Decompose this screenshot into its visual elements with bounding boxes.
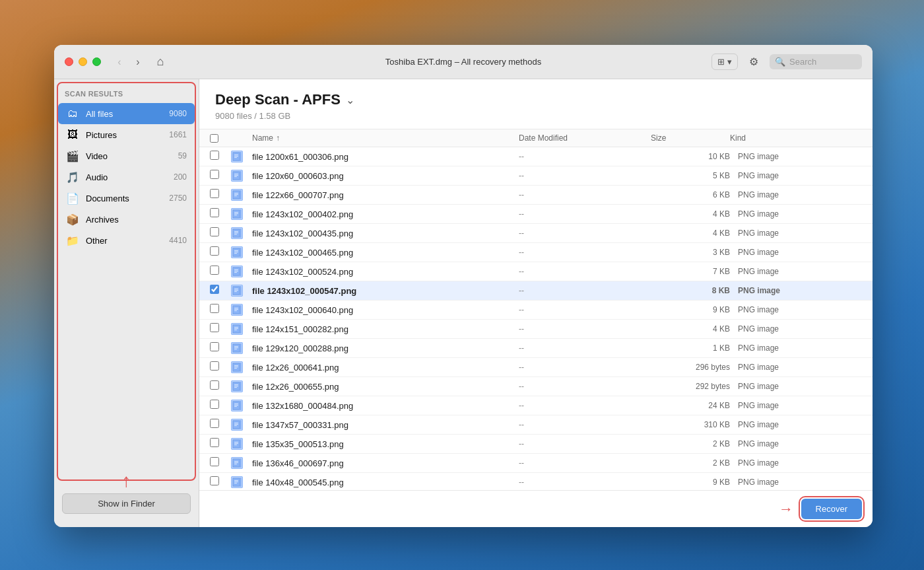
file-list-container[interactable]: Name ↑ Date Modified Size Kind bbox=[199, 129, 873, 490]
table-row[interactable]: file 129x120_000288.png -- 1 KB PNG imag… bbox=[199, 339, 873, 358]
table-row[interactable]: file 1243x102_000402.png -- 4 KB PNG ima… bbox=[199, 205, 873, 224]
sidebar-item-label-audio: Audio bbox=[86, 172, 167, 182]
svg-rect-36 bbox=[233, 325, 240, 333]
title-dropdown-button[interactable]: ⌄ bbox=[346, 94, 354, 106]
titlebar: ‹ › ⌂ Toshiba EXT.dmg – All recovery met… bbox=[54, 45, 873, 79]
svg-rect-37 bbox=[234, 327, 238, 328]
row-checkbox[interactable] bbox=[210, 227, 219, 236]
table-row[interactable]: file 1347x57_000331.png -- 310 KB PNG im… bbox=[199, 415, 873, 435]
table-row[interactable]: file 12x26_000655.png -- 292 bytes PNG i… bbox=[199, 377, 873, 396]
row-checkbox[interactable] bbox=[210, 246, 219, 256]
file-icon bbox=[231, 189, 243, 201]
file-size: 292 bytes bbox=[651, 382, 730, 391]
table-row[interactable]: file 136x46_000697.png -- 2 KB PNG image bbox=[199, 454, 873, 473]
file-date: -- bbox=[519, 324, 651, 334]
video-icon: 🎬 bbox=[66, 149, 79, 162]
table-row[interactable]: file 1243x102_000547.png -- 8 KB PNG ima… bbox=[199, 281, 873, 301]
view-toggle-button[interactable]: ⊞ ▾ bbox=[711, 53, 738, 70]
file-icon bbox=[231, 208, 243, 220]
sidebar-item-documents[interactable]: 📄 Documents 2750 bbox=[58, 188, 195, 209]
close-button[interactable] bbox=[65, 57, 73, 66]
sidebar-item-pictures[interactable]: 🖼 Pictures 1661 bbox=[58, 124, 195, 145]
row-checkbox[interactable] bbox=[210, 419, 219, 428]
app-window: ‹ › ⌂ Toshiba EXT.dmg – All recovery met… bbox=[54, 45, 873, 527]
search-input[interactable] bbox=[789, 57, 855, 67]
file-size: 8 KB bbox=[651, 286, 730, 295]
row-checkbox[interactable] bbox=[210, 361, 219, 371]
table-row[interactable]: file 122x66_000707.png -- 6 KB PNG image bbox=[199, 186, 873, 205]
svg-rect-5 bbox=[234, 174, 238, 174]
row-checkbox[interactable] bbox=[210, 304, 219, 313]
sidebar-item-label-pictures: Pictures bbox=[86, 130, 162, 140]
file-icon bbox=[231, 323, 243, 335]
table-row[interactable]: file 132x1680_000484.png -- 24 KB PNG im… bbox=[199, 396, 873, 415]
row-checkbox[interactable] bbox=[210, 208, 219, 217]
maximize-button[interactable] bbox=[92, 57, 101, 66]
row-checkbox[interactable] bbox=[210, 266, 219, 275]
row-checkbox-cell bbox=[210, 304, 231, 316]
table-row[interactable]: file 124x151_000282.png -- 4 KB PNG imag… bbox=[199, 320, 873, 339]
table-row[interactable]: file 1243x102_000640.png -- 9 KB PNG ima… bbox=[199, 301, 873, 320]
sidebar-item-count-pictures: 1661 bbox=[169, 130, 187, 139]
recover-button[interactable]: Recover bbox=[801, 499, 862, 519]
sidebar-item-label-video: Video bbox=[86, 151, 172, 161]
row-checkbox[interactable] bbox=[210, 189, 219, 198]
audio-icon: 🎵 bbox=[66, 170, 79, 184]
svg-rect-1 bbox=[234, 155, 238, 155]
row-checkbox[interactable] bbox=[210, 151, 219, 160]
svg-rect-67 bbox=[234, 464, 237, 464]
sliders-icon: ⚙ bbox=[749, 55, 758, 68]
select-all-checkbox[interactable] bbox=[210, 134, 218, 143]
svg-rect-10 bbox=[234, 194, 238, 195]
show-in-finder-button[interactable]: Show in Finder bbox=[62, 493, 191, 514]
file-name: file 132x1680_000484.png bbox=[252, 401, 519, 411]
sidebar-item-video[interactable]: 🎬 Video 59 bbox=[58, 145, 195, 166]
minimize-button[interactable] bbox=[79, 57, 87, 66]
home-button[interactable]: ⌂ bbox=[151, 53, 170, 71]
back-button[interactable]: ‹ bbox=[112, 54, 127, 70]
file-kind: PNG image bbox=[730, 478, 862, 487]
header-size[interactable]: Size bbox=[651, 133, 730, 143]
sidebar-item-archives[interactable]: 📦 Archives bbox=[58, 209, 195, 230]
sidebar-item-other[interactable]: 📁 Other 4410 bbox=[58, 230, 195, 251]
header-name[interactable]: Name ↑ bbox=[252, 133, 519, 143]
sidebar-item-count-other: 4410 bbox=[169, 236, 187, 245]
forward-button[interactable]: › bbox=[130, 54, 146, 70]
row-checkbox[interactable] bbox=[210, 380, 219, 390]
file-date: -- bbox=[519, 248, 651, 257]
row-checkbox[interactable] bbox=[210, 457, 219, 466]
row-checkbox-cell bbox=[210, 227, 231, 239]
sidebar-item-all-files[interactable]: 🗂 All files 9080 bbox=[58, 103, 195, 124]
row-checkbox[interactable] bbox=[210, 476, 219, 485]
row-checkbox[interactable] bbox=[210, 170, 219, 179]
header-kind[interactable]: Kind bbox=[730, 133, 862, 143]
file-size: 5 KB bbox=[651, 171, 730, 180]
table-row[interactable]: file 120x60_000603.png -- 5 KB PNG image bbox=[199, 166, 873, 186]
row-checkbox[interactable] bbox=[210, 400, 219, 409]
row-checkbox[interactable] bbox=[210, 438, 219, 447]
table-row[interactable]: file 135x35_000513.png -- 2 KB PNG image bbox=[199, 435, 873, 454]
file-kind: PNG image bbox=[730, 190, 862, 199]
table-row[interactable]: file 1243x102_000435.png -- 4 KB PNG ima… bbox=[199, 224, 873, 243]
svg-rect-23 bbox=[234, 253, 237, 254]
file-name: file 1243x102_000524.png bbox=[252, 267, 519, 277]
header-date-modified[interactable]: Date Modified bbox=[519, 133, 651, 143]
row-checkbox[interactable] bbox=[210, 323, 219, 332]
row-checkbox[interactable] bbox=[210, 285, 219, 294]
svg-rect-31 bbox=[234, 291, 237, 292]
svg-rect-33 bbox=[234, 308, 238, 308]
file-icon bbox=[231, 227, 243, 239]
table-row[interactable]: file 140x48_000545.png -- 9 KB PNG image bbox=[199, 473, 873, 490]
table-row[interactable]: file 1200x61_000306.png -- 10 KB PNG ima… bbox=[199, 147, 873, 166]
table-row[interactable]: file 1243x102_000524.png -- 7 KB PNG ima… bbox=[199, 262, 873, 281]
filter-button[interactable]: ⚙ bbox=[743, 53, 764, 71]
svg-rect-11 bbox=[234, 196, 237, 196]
file-name: file 1243x102_000547.png bbox=[252, 286, 519, 296]
file-icon bbox=[231, 246, 243, 258]
svg-rect-15 bbox=[234, 215, 237, 215]
table-row[interactable]: file 1243x102_000465.png -- 3 KB PNG ima… bbox=[199, 243, 873, 262]
file-icon bbox=[231, 457, 243, 469]
sidebar-item-audio[interactable]: 🎵 Audio 200 bbox=[58, 166, 195, 188]
row-checkbox[interactable] bbox=[210, 342, 219, 351]
table-row[interactable]: file 12x26_000641.png -- 296 bytes PNG i… bbox=[199, 358, 873, 377]
